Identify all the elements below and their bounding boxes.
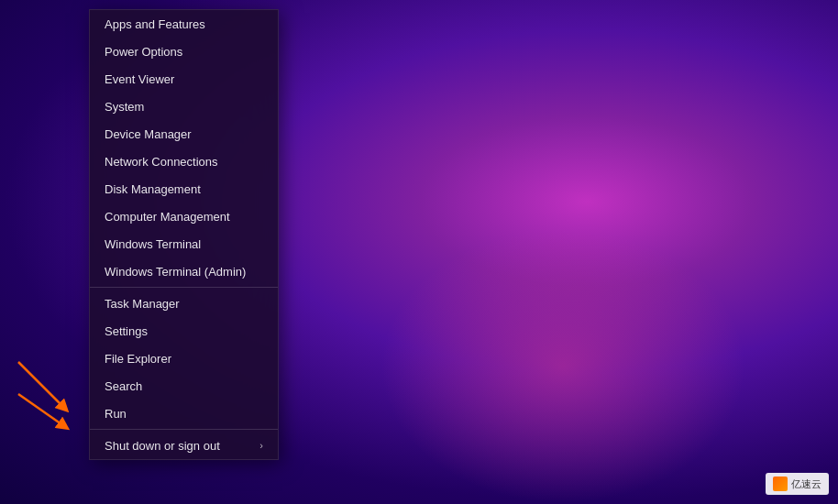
menu-item-label: Disk Management [105,182,201,196]
menu-separator-1 [90,287,278,288]
yisucloud-label: 亿速云 [791,477,821,491]
yisucloud-logo-icon [773,477,788,491]
menu-item-label: System [105,100,144,114]
menu-item-label: Apps and Features [105,17,205,31]
menu-item-run[interactable]: Run [90,400,278,427]
menu-item-label: Windows Terminal [105,237,201,251]
menu-item-device-manager[interactable]: Device Manager [90,120,278,148]
menu-item-file-explorer[interactable]: File Explorer [90,345,278,372]
menu-item-label: Computer Management [105,210,230,224]
menu-item-label: Network Connections [105,155,218,169]
menu-item-settings[interactable]: Settings [90,317,278,345]
menu-item-task-manager[interactable]: Task Manager [90,290,278,317]
menu-item-network-connections[interactable]: Network Connections [90,148,278,175]
menu-item-label: Search [105,379,142,393]
menu-item-label: Settings [105,324,148,338]
yisucloud-badge: 亿速云 [766,473,829,495]
menu-item-power-options[interactable]: Power Options [90,38,278,65]
menu-separator-2 [90,429,278,430]
menu-item-shut-down[interactable]: Shut down or sign out › [90,432,278,459]
menu-item-label: File Explorer [105,352,171,366]
menu-item-windows-terminal[interactable]: Windows Terminal [90,230,278,257]
menu-item-computer-management[interactable]: Computer Management [90,203,278,230]
menu-item-event-viewer[interactable]: Event Viewer [90,65,278,93]
menu-item-disk-management[interactable]: Disk Management [90,175,278,203]
menu-item-label: Event Viewer [105,72,174,86]
menu-item-label: Device Manager [105,127,192,141]
menu-item-label: Windows Terminal (Admin) [105,265,246,279]
context-menu: Apps and Features Power Options Event Vi… [89,9,279,460]
menu-item-windows-terminal-admin[interactable]: Windows Terminal (Admin) [90,257,278,285]
menu-item-label: Run [105,407,127,421]
menu-item-search[interactable]: Search [90,372,278,400]
menu-item-system[interactable]: System [90,93,278,120]
menu-item-apps-features[interactable]: Apps and Features [90,10,278,38]
submenu-arrow-icon: › [259,440,263,451]
menu-item-label: Power Options [105,45,182,59]
menu-item-label: Shut down or sign out [105,439,220,453]
menu-item-label: Task Manager [105,297,180,311]
